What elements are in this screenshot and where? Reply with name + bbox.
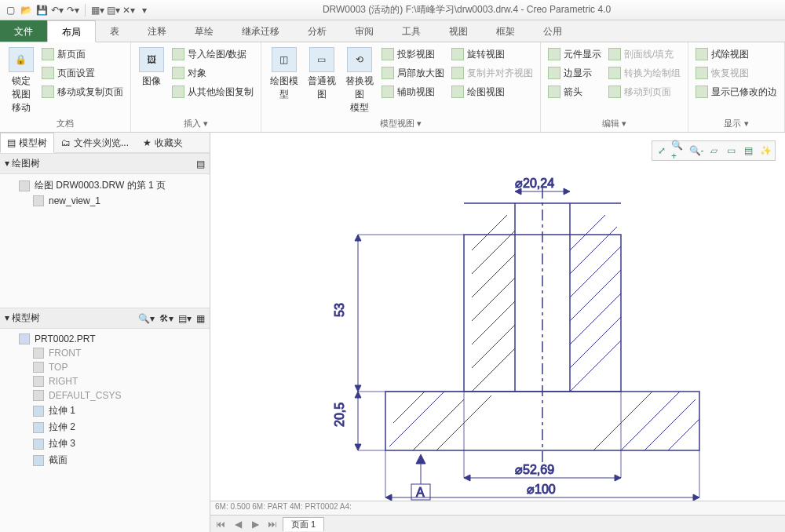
windows-icon[interactable]: ▤▾ [106,3,120,17]
svg-marker-39 [355,392,361,398]
section-feature[interactable]: 截面 [2,452,208,468]
new-page-button[interactable]: 新页面 [39,46,126,63]
svg-text:⌀100: ⌀100 [527,483,556,496]
tab-view[interactable]: 视图 [435,20,482,42]
image-button[interactable]: 🖼 图像 [136,46,167,89]
hatch-fill-button[interactable]: 剖面线/填充 [606,46,683,63]
plane-icon [33,376,44,387]
svg-line-14 [570,293,621,344]
convert-snap-button[interactable]: 转换为绘制组 [606,64,683,82]
auxiliary-icon [382,86,394,98]
resume-view-button[interactable]: 恢复视图 [693,64,780,82]
datum-plane-top[interactable]: TOP [2,360,208,374]
close-win-icon[interactable]: ✕▾ [122,3,136,17]
extrude-1[interactable]: 拉伸 1 [2,403,208,419]
open-icon[interactable]: 📂 [19,3,33,17]
tools-icon[interactable]: 🛠▾ [159,313,173,324]
drawing-models-button[interactable]: ◫绘图模型 [266,46,301,103]
tab-legacy[interactable]: 继承迁移 [228,20,294,42]
page-setup-button[interactable]: 页面设置 [39,64,126,82]
default-csys[interactable]: DEFAULT_CSYS [2,388,208,403]
saved-views-icon[interactable]: ▤ [740,143,756,159]
datum-plane-front[interactable]: FRONT [2,346,208,360]
window-title: DRW0003 (活动的) F:\晴峰学习\drw0003.drw.4 - Cr… [152,3,782,16]
svg-text:53: 53 [333,303,346,317]
sheet-prev-icon[interactable]: ◀ [231,519,245,530]
extrude-icon [33,406,44,417]
object-button[interactable]: 对象 [170,64,256,82]
ribbon-group-model-views: ◫绘图模型 ▭普通视图 ⟲替换视图 模型 投影视图 局部放大图 辅助视图 旋转视… [261,42,541,132]
save-icon[interactable]: 💾 [35,3,49,17]
find-icon[interactable]: ▦ [196,313,205,324]
nav-tab-favorites[interactable]: ★收藏夹 [136,133,190,153]
new-icon[interactable]: ▢ [3,3,17,17]
show-modified-edges-button[interactable]: 显示已修改的边 [693,83,780,100]
tab-layout[interactable]: 布局 [47,20,96,42]
ribbon-group-document: 🔒 锁定视图 移动 新页面 页面设置 移动或复制页面 文档 [0,42,131,132]
drawing-view-node[interactable]: new_view_1 [2,194,208,208]
tab-analysis[interactable]: 分析 [294,20,341,42]
erase-view-button[interactable]: 拭除视图 [693,46,780,63]
undo-icon[interactable]: ↶▾ [50,3,64,17]
move-copy-page-button[interactable]: 移动或复制页面 [39,83,126,100]
hatch-icon [608,48,621,60]
comp-display-icon [548,48,560,60]
tree-settings-icon[interactable]: ▤ [196,159,205,169]
sheet-last-icon[interactable]: ⏭ [265,519,279,530]
lock-view-move-button[interactable]: 🔒 锁定视图 移动 [5,46,37,116]
projection-view-button[interactable]: 投影视图 [379,46,447,63]
arrows-button[interactable]: 箭头 [546,83,604,100]
nav-tab-model-tree[interactable]: ▤模型树 [0,133,54,153]
ribbon-group-insert: 🖼 图像 导入绘图/数据 对象 从其他绘图复制 插入 ▾ [131,42,261,132]
general-view-button[interactable]: ▭普通视图 [304,46,339,103]
canvas-footer: 6M: 0.500 6M: PART 4M: PRT0002 A4: [210,501,785,515]
regen-icon[interactable]: ▦▾ [90,3,104,17]
tab-tools[interactable]: 工具 [388,20,435,42]
copy-from-drawing-button[interactable]: 从其他绘图复制 [170,83,256,100]
detailed-view-button[interactable]: 局部放大图 [379,64,447,82]
copy-align-view-button[interactable]: 复制并对齐视图 [449,64,535,82]
nav-tab-folder[interactable]: 🗂文件夹浏览... [54,133,136,153]
revolved-view-button[interactable]: 旋转视图 [449,46,535,63]
svg-marker-34 [355,385,361,392]
extrude-3[interactable]: 拉伸 3 [2,435,208,452]
edge-display-icon [548,67,560,79]
sheet-next-icon[interactable]: ▶ [248,519,262,530]
show-icon[interactable]: ▤▾ [178,313,192,324]
tab-frame[interactable]: 框架 [482,20,529,42]
model-root[interactable]: PRT0002.PRT [2,332,208,346]
drawing-root[interactable]: 绘图 DRW0003.DRW 的第 1 页 [2,177,208,194]
svg-line-15 [570,270,621,321]
svg-line-22 [393,392,425,423]
wand-icon[interactable]: ✨ [758,143,773,159]
tab-sketch[interactable]: 草绘 [181,20,228,42]
settings-icon[interactable]: ▾ [137,3,152,17]
import-drawing-button[interactable]: 导入绘图/数据 [170,46,256,63]
tab-table[interactable]: 表 [96,20,133,42]
object-icon [172,67,184,79]
drawing-svg: ⌀20,24 53 20,5 ⌀ [256,156,743,501]
drawing-view-button[interactable]: 绘图视图 [449,83,535,100]
drawing-models-icon: ◫ [272,47,297,72]
ribbon: 🔒 锁定视图 移动 新页面 页面设置 移动或复制页面 文档 🖼 图像 导入绘图/… [0,42,785,133]
edge-display-button[interactable]: 边显示 [546,64,604,82]
comp-display-button[interactable]: 元件显示 [546,46,604,63]
auxiliary-view-button[interactable]: 辅助视图 [379,83,447,100]
extrude-2[interactable]: 拉伸 2 [2,419,208,435]
tab-file[interactable]: 文件 [0,20,47,42]
ribbon-group-display: 拭除视图 恢复视图 显示已修改的边 显示 ▾ [688,42,785,132]
tab-review[interactable]: 审阅 [341,20,388,42]
datum-plane-right[interactable]: RIGHT [2,374,208,388]
detailed-icon [382,67,394,79]
sheet-first-icon[interactable]: ⏮ [214,519,228,530]
replace-view-model-button[interactable]: ⟲替换视图 模型 [341,46,377,116]
move-to-page-button[interactable]: 移动到页面 [606,83,683,100]
filter-icon[interactable]: 🔍▾ [138,313,155,324]
tab-common[interactable]: 公用 [529,20,576,42]
plane-icon [33,348,44,359]
tab-annotate[interactable]: 注释 [133,20,181,42]
svg-line-23 [621,392,680,450]
drawing-canvas[interactable]: ⤢ 🔍+ 🔍- ▱ ▭ ▤ ✨ [210,133,785,501]
redo-icon[interactable]: ↷▾ [66,3,80,17]
sheet-tab-1[interactable]: 页面 1 [283,517,324,531]
